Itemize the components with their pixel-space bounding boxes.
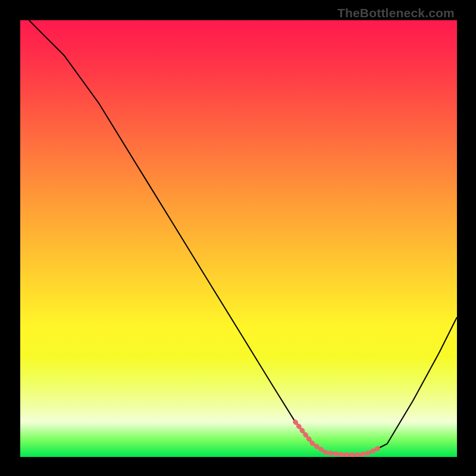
main-curve [29, 20, 457, 455]
plot-area [20, 20, 457, 457]
curve-layer [20, 20, 457, 457]
highlight-segment [295, 422, 378, 455]
watermark-text: TheBottleneck.com [337, 6, 455, 20]
chart-frame: TheBottleneck.com [0, 0, 476, 476]
